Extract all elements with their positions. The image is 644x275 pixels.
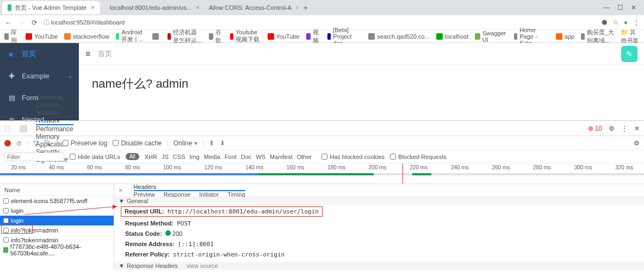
filter-icon[interactable]: ▽ (33, 139, 38, 147)
error-badge[interactable]: ⊗ 10 (588, 125, 602, 132)
detail-tab[interactable]: Response (164, 191, 191, 198)
bookmark-item[interactable]: Youtube视频下载 (230, 29, 261, 44)
bookmark-item[interactable]: 购买蛋_大别离域... (581, 28, 614, 45)
blocked-requests-checkbox[interactable]: Blocked Requests (390, 154, 447, 160)
detail-tab[interactable]: Preview (134, 191, 155, 198)
filter-type[interactable]: Doc (241, 154, 252, 160)
preserve-log-checkbox[interactable]: Preserve log (63, 139, 107, 147)
hamburger-icon[interactable]: ≡ (85, 49, 90, 59)
sidebar-item[interactable]: ▤Form (0, 87, 79, 108)
disable-cache-checkbox[interactable]: Disable cache (113, 139, 162, 147)
request-row[interactable]: login (0, 216, 114, 225)
sidebar-item[interactable]: ⎈首页 (0, 43, 79, 65)
browser-tab[interactable]: Allow CORS: Access-Control-A × (200, 1, 298, 14)
timeline-tick: 140 ms (245, 164, 263, 170)
bookmark-item[interactable]: app (556, 33, 574, 40)
app-main: ≡ 首页 ✎ name什么? admin (79, 43, 644, 120)
extension-icon[interactable]: ⬣ (602, 19, 607, 26)
filter-type[interactable]: Manifest (270, 154, 293, 160)
bookmark-star-icon[interactable]: ☆ (612, 19, 618, 26)
bookmark-item[interactable]: YouTube (268, 33, 300, 40)
reload-icon[interactable]: ⟳ (30, 19, 38, 27)
request-row[interactable]: f778738c-e4f8-4870-b634-56703b4acafe.... (0, 245, 114, 255)
close-icon[interactable]: × (91, 4, 95, 11)
bookmark-item[interactable]: 谷歌 (209, 28, 224, 45)
network-body: Name element-icons.535877f5.woffloginlog… (0, 184, 644, 270)
remote-address-row: Remote Address:[::1]:8001 (114, 239, 644, 249)
bookmarks-overflow[interactable]: 📁 其他书签 (621, 28, 640, 45)
gear-icon[interactable]: ⚙ (609, 125, 615, 132)
devtools-tabs: ⬚ ⬜ ElementsConsoleSourcesNetworkPerform… (0, 121, 644, 136)
close-icon[interactable]: ✕ (631, 4, 636, 11)
clear-icon[interactable]: ⊘ (16, 139, 22, 147)
detail-tab[interactable]: Initiator (199, 191, 219, 198)
new-tab-button[interactable]: + (299, 3, 312, 12)
view-source-link[interactable]: view source (187, 262, 218, 269)
close-icon[interactable]: × (296, 4, 298, 11)
maximize-icon[interactable]: ☐ (617, 4, 623, 11)
close-icon[interactable]: ✕ (634, 125, 640, 132)
menu-icon[interactable]: ⋮ (633, 19, 640, 26)
filter-input[interactable] (4, 152, 64, 161)
column-header-name[interactable]: Name (0, 184, 114, 196)
devtools-panel: ⬚ ⬜ ElementsConsoleSourcesNetworkPerform… (0, 120, 644, 270)
timeline-tick: 280 ms (533, 164, 551, 170)
filter-all-button[interactable]: All (126, 153, 139, 160)
general-section-header[interactable]: ▼ General (114, 197, 644, 205)
filter-type[interactable]: Font (225, 154, 237, 160)
upload-icon[interactable]: ⬆ (209, 139, 214, 147)
timeline-tick: 120 ms (205, 164, 222, 170)
close-icon[interactable]: × (119, 186, 123, 194)
sidebar-item[interactable]: ≣Nested⌄ (0, 108, 79, 130)
network-timeline[interactable]: 20 ms40 ms60 ms80 ms100 ms120 ms140 ms16… (0, 163, 644, 184)
filter-type[interactable]: XHR (145, 154, 157, 160)
timeline-tick: 80 ms (125, 164, 140, 170)
bookmark-item[interactable]: 视频 (306, 28, 321, 45)
hide-data-urls-checkbox[interactable]: Hide data URLs (70, 154, 120, 160)
response-headers-section-header[interactable]: ▼ Response Headersview source (114, 262, 644, 270)
request-row[interactable]: element-icons.535877f5.woff (0, 196, 114, 206)
bookmark-item[interactable]: YouTube (26, 33, 58, 40)
record-icon[interactable] (4, 140, 11, 146)
filter-type[interactable]: JS (162, 154, 169, 160)
throttle-select[interactable]: Online ▾ (174, 139, 198, 147)
profile-icon[interactable]: ● (624, 19, 628, 26)
forward-icon[interactable]: → (17, 19, 25, 27)
timeline-tick: 40 ms (49, 164, 64, 170)
filter-type[interactable]: Other (297, 154, 312, 160)
menu-icon: ✚ (9, 72, 16, 80)
timeline-tick: 160 ms (287, 164, 305, 170)
menu-icon: ▤ (9, 94, 16, 102)
bookmark-item[interactable]: Swagger UI (475, 30, 507, 43)
bookmark-item[interactable]: 经济机器是怎样运... (168, 28, 202, 45)
sidebar-item[interactable]: ✚Example⌄ (0, 65, 79, 87)
tab-title: localhost:8001/edu-admin/us... (110, 4, 191, 11)
avatar[interactable]: ✎ (621, 46, 637, 62)
detail-tab[interactable]: Timing (227, 191, 245, 198)
back-icon[interactable]: ← (4, 19, 12, 27)
gear-icon[interactable]: ⚙ (634, 139, 640, 147)
bookmark-item[interactable]: search.qad520.co... (368, 33, 430, 40)
filter-type[interactable]: Img (189, 154, 199, 160)
minimize-icon[interactable]: — (603, 4, 610, 11)
more-icon[interactable]: ⋮ (621, 125, 628, 132)
filter-type[interactable]: WS (256, 154, 265, 160)
close-icon[interactable]: × (196, 4, 199, 11)
bookmark-item[interactable]: stackoverflow (64, 33, 109, 40)
bookmark-item[interactable]: 应用 (4, 28, 19, 45)
bookmark-item[interactable]: Android 开发 | ... (116, 29, 146, 44)
timeline-tick: 300 ms (574, 164, 592, 170)
bookmark-item[interactable] (152, 33, 161, 40)
browser-tab[interactable]: localhost:8001/edu-admin/us... × (101, 1, 199, 14)
filter-type[interactable]: Media (204, 154, 220, 160)
browser-tab[interactable]: 首页 - Vue Admin Template × (2, 1, 100, 14)
detail-tab[interactable]: Headers (134, 184, 245, 191)
filter-type[interactable]: CSS (173, 154, 185, 160)
breadcrumb[interactable]: 首页 (98, 49, 112, 59)
request-row[interactable]: login (0, 206, 114, 216)
search-icon[interactable]: 🔍 (44, 139, 51, 146)
url-field[interactable]: ⓘ localhost:9528/#/dashboard (44, 19, 596, 27)
download-icon[interactable]: ⬇ (220, 139, 225, 147)
has-blocked-cookies-checkbox[interactable]: Has blocked cookies (321, 154, 385, 160)
bookmark-item[interactable]: localhost (436, 33, 468, 40)
